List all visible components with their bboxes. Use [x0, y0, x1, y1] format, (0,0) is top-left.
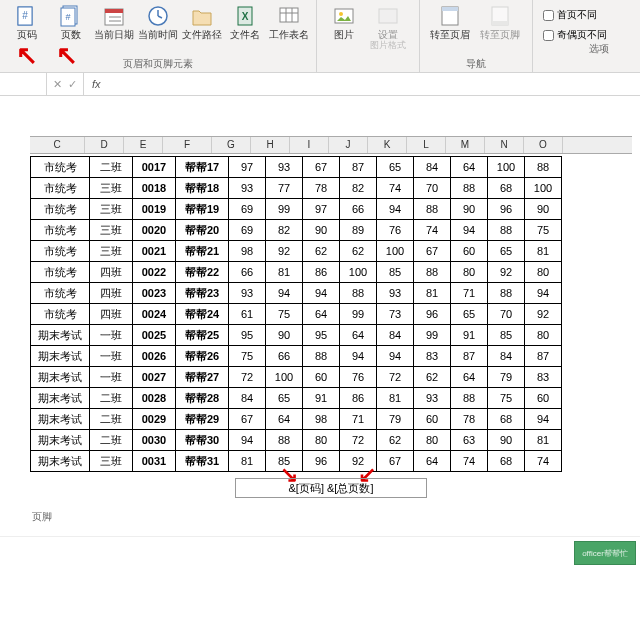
cell[interactable]: 市统考	[31, 178, 90, 199]
data-table[interactable]: 市统考二班0017帮帮179793678765846410088市统考三班001…	[30, 156, 562, 472]
cell[interactable]: 市统考	[31, 157, 90, 178]
cell[interactable]: 99	[414, 325, 451, 346]
cell[interactable]: 74	[525, 451, 562, 472]
cell[interactable]: 市统考	[31, 283, 90, 304]
cell[interactable]: 帮帮28	[176, 388, 229, 409]
cell[interactable]: 66	[340, 199, 377, 220]
cell[interactable]: 88	[266, 430, 303, 451]
table-row[interactable]: 期末考试一班0026帮帮26756688949483878487	[31, 346, 562, 367]
diff-first-check[interactable]: 首页不同	[543, 8, 607, 22]
cell[interactable]: 96	[303, 451, 340, 472]
cell[interactable]: 67	[414, 241, 451, 262]
cell[interactable]: 84	[414, 157, 451, 178]
cell[interactable]: 70	[488, 304, 525, 325]
cell[interactable]: 74	[377, 178, 414, 199]
cell[interactable]: 93	[229, 178, 266, 199]
cell[interactable]: 98	[229, 241, 266, 262]
cell[interactable]: 0025	[133, 325, 176, 346]
cell[interactable]: 二班	[90, 430, 133, 451]
table-row[interactable]: 市统考四班0023帮帮23939494889381718894	[31, 283, 562, 304]
cell[interactable]: 市统考	[31, 199, 90, 220]
name-box[interactable]	[0, 73, 47, 95]
cell[interactable]: 期末考试	[31, 367, 90, 388]
cell[interactable]: 帮帮24	[176, 304, 229, 325]
file-path-button[interactable]: 文件路径	[181, 2, 223, 57]
cell[interactable]: 94	[377, 346, 414, 367]
cell[interactable]: 86	[303, 262, 340, 283]
cell[interactable]: 72	[340, 430, 377, 451]
cell[interactable]: 帮帮26	[176, 346, 229, 367]
cell[interactable]: 帮帮25	[176, 325, 229, 346]
cell[interactable]: 三班	[90, 451, 133, 472]
cell[interactable]: 96	[488, 199, 525, 220]
cell[interactable]: 80	[451, 262, 488, 283]
cell[interactable]: 86	[340, 388, 377, 409]
cell[interactable]: 三班	[90, 178, 133, 199]
table-row[interactable]: 期末考试二班0028帮帮28846591868193887560	[31, 388, 562, 409]
cell[interactable]: 65	[451, 304, 488, 325]
cell[interactable]: 92	[266, 241, 303, 262]
cell[interactable]: 64	[451, 367, 488, 388]
cell[interactable]: 70	[414, 178, 451, 199]
cell[interactable]: 81	[229, 451, 266, 472]
cell[interactable]: 88	[488, 220, 525, 241]
cell[interactable]: 帮帮21	[176, 241, 229, 262]
cell[interactable]: 71	[340, 409, 377, 430]
cell[interactable]: 88	[525, 157, 562, 178]
cell[interactable]: 66	[229, 262, 266, 283]
cell[interactable]: 94	[451, 220, 488, 241]
cell[interactable]: 三班	[90, 199, 133, 220]
cell[interactable]: 75	[525, 220, 562, 241]
cell[interactable]: 75	[488, 388, 525, 409]
cell[interactable]: 80	[525, 262, 562, 283]
table-row[interactable]: 市统考四班0022帮帮226681861008588809280	[31, 262, 562, 283]
cell[interactable]: 69	[229, 220, 266, 241]
cell[interactable]: 76	[377, 220, 414, 241]
cell[interactable]: 二班	[90, 388, 133, 409]
cell[interactable]: 帮帮17	[176, 157, 229, 178]
cell[interactable]: 73	[377, 304, 414, 325]
cell[interactable]: 76	[340, 367, 377, 388]
cell[interactable]: 94	[525, 283, 562, 304]
cell[interactable]: 95	[229, 325, 266, 346]
cell[interactable]: 84	[377, 325, 414, 346]
cell[interactable]: 72	[377, 367, 414, 388]
current-date-button[interactable]: 当前日期	[93, 2, 135, 57]
cell[interactable]: 64	[451, 157, 488, 178]
cell[interactable]: 71	[451, 283, 488, 304]
cell[interactable]: 0029	[133, 409, 176, 430]
cancel-icon[interactable]: ✕	[53, 78, 62, 91]
cell[interactable]: 88	[451, 388, 488, 409]
cell[interactable]: 78	[451, 409, 488, 430]
cell[interactable]: 期末考试	[31, 388, 90, 409]
goto-header-button[interactable]: 转至页眉	[426, 2, 474, 57]
cell[interactable]: 75	[266, 304, 303, 325]
cell[interactable]: 92	[488, 262, 525, 283]
cell[interactable]: 一班	[90, 325, 133, 346]
cell[interactable]: 帮帮27	[176, 367, 229, 388]
cell[interactable]: 64	[266, 409, 303, 430]
cell[interactable]: 0031	[133, 451, 176, 472]
cell[interactable]: 94	[229, 430, 266, 451]
cell[interactable]: 四班	[90, 304, 133, 325]
cell[interactable]: 72	[229, 367, 266, 388]
cell[interactable]: 帮帮23	[176, 283, 229, 304]
cell[interactable]: 91	[303, 388, 340, 409]
cell[interactable]: 100	[525, 178, 562, 199]
cell[interactable]: 99	[340, 304, 377, 325]
cell[interactable]: 88	[488, 283, 525, 304]
cell[interactable]: 97	[303, 199, 340, 220]
cell[interactable]: 0024	[133, 304, 176, 325]
cell[interactable]: 帮帮19	[176, 199, 229, 220]
picture-button[interactable]: 图片	[323, 2, 365, 60]
cell[interactable]: 62	[303, 241, 340, 262]
cell[interactable]: 88	[340, 283, 377, 304]
cell[interactable]: 期末考试	[31, 430, 90, 451]
cell[interactable]: 95	[303, 325, 340, 346]
cell[interactable]: 68	[488, 178, 525, 199]
cell[interactable]: 80	[525, 325, 562, 346]
cell[interactable]: 期末考试	[31, 346, 90, 367]
cell[interactable]: 94	[266, 283, 303, 304]
cell[interactable]: 二班	[90, 409, 133, 430]
cell[interactable]: 67	[229, 409, 266, 430]
